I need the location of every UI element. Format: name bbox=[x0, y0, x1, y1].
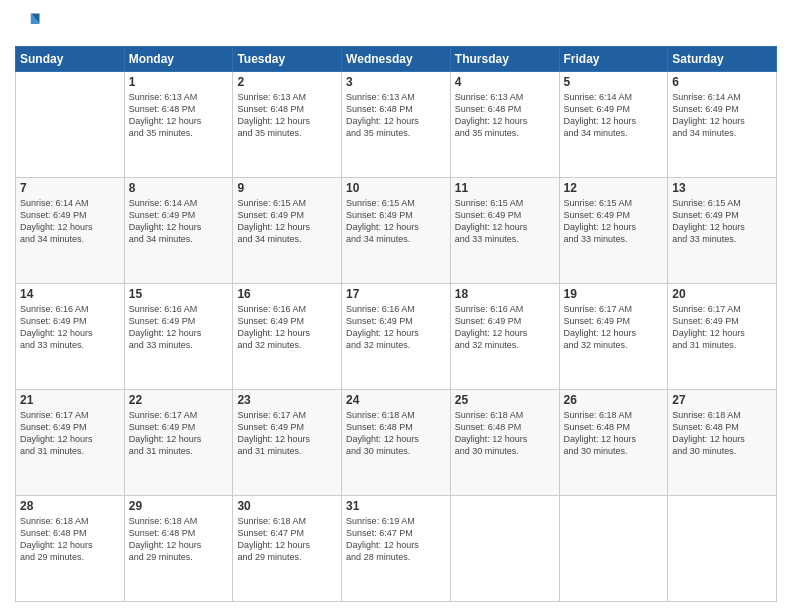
calendar-cell: 3Sunrise: 6:13 AM Sunset: 6:48 PM Daylig… bbox=[342, 72, 451, 178]
day-info: Sunrise: 6:15 AM Sunset: 6:49 PM Dayligh… bbox=[672, 197, 772, 246]
calendar-cell: 6Sunrise: 6:14 AM Sunset: 6:49 PM Daylig… bbox=[668, 72, 777, 178]
calendar-cell: 19Sunrise: 6:17 AM Sunset: 6:49 PM Dayli… bbox=[559, 284, 668, 390]
day-number: 8 bbox=[129, 181, 229, 195]
calendar-cell: 14Sunrise: 6:16 AM Sunset: 6:49 PM Dayli… bbox=[16, 284, 125, 390]
calendar-cell: 29Sunrise: 6:18 AM Sunset: 6:48 PM Dayli… bbox=[124, 496, 233, 602]
calendar-cell: 27Sunrise: 6:18 AM Sunset: 6:48 PM Dayli… bbox=[668, 390, 777, 496]
day-info: Sunrise: 6:15 AM Sunset: 6:49 PM Dayligh… bbox=[564, 197, 664, 246]
day-info: Sunrise: 6:18 AM Sunset: 6:48 PM Dayligh… bbox=[346, 409, 446, 458]
day-info: Sunrise: 6:17 AM Sunset: 6:49 PM Dayligh… bbox=[129, 409, 229, 458]
day-of-week-header: Thursday bbox=[450, 47, 559, 72]
days-of-week-row: SundayMondayTuesdayWednesdayThursdayFrid… bbox=[16, 47, 777, 72]
day-of-week-header: Sunday bbox=[16, 47, 125, 72]
calendar-cell: 4Sunrise: 6:13 AM Sunset: 6:48 PM Daylig… bbox=[450, 72, 559, 178]
day-number: 21 bbox=[20, 393, 120, 407]
day-info: Sunrise: 6:14 AM Sunset: 6:49 PM Dayligh… bbox=[672, 91, 772, 140]
day-number: 16 bbox=[237, 287, 337, 301]
day-number: 18 bbox=[455, 287, 555, 301]
day-of-week-header: Wednesday bbox=[342, 47, 451, 72]
day-info: Sunrise: 6:17 AM Sunset: 6:49 PM Dayligh… bbox=[672, 303, 772, 352]
calendar-cell: 11Sunrise: 6:15 AM Sunset: 6:49 PM Dayli… bbox=[450, 178, 559, 284]
day-info: Sunrise: 6:15 AM Sunset: 6:49 PM Dayligh… bbox=[346, 197, 446, 246]
calendar-week-row: 14Sunrise: 6:16 AM Sunset: 6:49 PM Dayli… bbox=[16, 284, 777, 390]
day-info: Sunrise: 6:16 AM Sunset: 6:49 PM Dayligh… bbox=[455, 303, 555, 352]
calendar-cell: 16Sunrise: 6:16 AM Sunset: 6:49 PM Dayli… bbox=[233, 284, 342, 390]
day-info: Sunrise: 6:15 AM Sunset: 6:49 PM Dayligh… bbox=[237, 197, 337, 246]
calendar-cell: 23Sunrise: 6:17 AM Sunset: 6:49 PM Dayli… bbox=[233, 390, 342, 496]
day-number: 4 bbox=[455, 75, 555, 89]
calendar-cell bbox=[16, 72, 125, 178]
day-of-week-header: Monday bbox=[124, 47, 233, 72]
calendar-week-row: 1Sunrise: 6:13 AM Sunset: 6:48 PM Daylig… bbox=[16, 72, 777, 178]
calendar-cell: 7Sunrise: 6:14 AM Sunset: 6:49 PM Daylig… bbox=[16, 178, 125, 284]
logo bbox=[15, 10, 47, 38]
day-info: Sunrise: 6:18 AM Sunset: 6:48 PM Dayligh… bbox=[455, 409, 555, 458]
day-info: Sunrise: 6:15 AM Sunset: 6:49 PM Dayligh… bbox=[455, 197, 555, 246]
day-info: Sunrise: 6:13 AM Sunset: 6:48 PM Dayligh… bbox=[346, 91, 446, 140]
day-number: 24 bbox=[346, 393, 446, 407]
day-number: 5 bbox=[564, 75, 664, 89]
calendar-cell bbox=[450, 496, 559, 602]
day-info: Sunrise: 6:13 AM Sunset: 6:48 PM Dayligh… bbox=[455, 91, 555, 140]
day-info: Sunrise: 6:17 AM Sunset: 6:49 PM Dayligh… bbox=[20, 409, 120, 458]
day-info: Sunrise: 6:18 AM Sunset: 6:47 PM Dayligh… bbox=[237, 515, 337, 564]
day-number: 20 bbox=[672, 287, 772, 301]
calendar-cell: 17Sunrise: 6:16 AM Sunset: 6:49 PM Dayli… bbox=[342, 284, 451, 390]
logo-icon bbox=[15, 10, 43, 38]
day-info: Sunrise: 6:16 AM Sunset: 6:49 PM Dayligh… bbox=[237, 303, 337, 352]
day-info: Sunrise: 6:14 AM Sunset: 6:49 PM Dayligh… bbox=[20, 197, 120, 246]
calendar-cell: 24Sunrise: 6:18 AM Sunset: 6:48 PM Dayli… bbox=[342, 390, 451, 496]
calendar-body: 1Sunrise: 6:13 AM Sunset: 6:48 PM Daylig… bbox=[16, 72, 777, 602]
day-number: 13 bbox=[672, 181, 772, 195]
calendar-cell: 26Sunrise: 6:18 AM Sunset: 6:48 PM Dayli… bbox=[559, 390, 668, 496]
day-info: Sunrise: 6:16 AM Sunset: 6:49 PM Dayligh… bbox=[20, 303, 120, 352]
day-info: Sunrise: 6:18 AM Sunset: 6:48 PM Dayligh… bbox=[564, 409, 664, 458]
day-number: 3 bbox=[346, 75, 446, 89]
calendar-cell: 28Sunrise: 6:18 AM Sunset: 6:48 PM Dayli… bbox=[16, 496, 125, 602]
day-info: Sunrise: 6:16 AM Sunset: 6:49 PM Dayligh… bbox=[129, 303, 229, 352]
day-info: Sunrise: 6:18 AM Sunset: 6:48 PM Dayligh… bbox=[672, 409, 772, 458]
calendar-cell: 31Sunrise: 6:19 AM Sunset: 6:47 PM Dayli… bbox=[342, 496, 451, 602]
day-number: 15 bbox=[129, 287, 229, 301]
day-info: Sunrise: 6:19 AM Sunset: 6:47 PM Dayligh… bbox=[346, 515, 446, 564]
day-number: 19 bbox=[564, 287, 664, 301]
calendar-header: SundayMondayTuesdayWednesdayThursdayFrid… bbox=[16, 47, 777, 72]
day-number: 17 bbox=[346, 287, 446, 301]
day-number: 22 bbox=[129, 393, 229, 407]
day-info: Sunrise: 6:18 AM Sunset: 6:48 PM Dayligh… bbox=[129, 515, 229, 564]
calendar-cell: 10Sunrise: 6:15 AM Sunset: 6:49 PM Dayli… bbox=[342, 178, 451, 284]
calendar-cell: 1Sunrise: 6:13 AM Sunset: 6:48 PM Daylig… bbox=[124, 72, 233, 178]
day-of-week-header: Friday bbox=[559, 47, 668, 72]
day-info: Sunrise: 6:16 AM Sunset: 6:49 PM Dayligh… bbox=[346, 303, 446, 352]
day-info: Sunrise: 6:17 AM Sunset: 6:49 PM Dayligh… bbox=[564, 303, 664, 352]
calendar-cell: 2Sunrise: 6:13 AM Sunset: 6:48 PM Daylig… bbox=[233, 72, 342, 178]
calendar-cell: 13Sunrise: 6:15 AM Sunset: 6:49 PM Dayli… bbox=[668, 178, 777, 284]
calendar-cell: 18Sunrise: 6:16 AM Sunset: 6:49 PM Dayli… bbox=[450, 284, 559, 390]
calendar-cell bbox=[668, 496, 777, 602]
day-info: Sunrise: 6:18 AM Sunset: 6:48 PM Dayligh… bbox=[20, 515, 120, 564]
day-number: 1 bbox=[129, 75, 229, 89]
day-number: 14 bbox=[20, 287, 120, 301]
day-number: 2 bbox=[237, 75, 337, 89]
day-info: Sunrise: 6:13 AM Sunset: 6:48 PM Dayligh… bbox=[129, 91, 229, 140]
day-number: 27 bbox=[672, 393, 772, 407]
calendar-cell bbox=[559, 496, 668, 602]
calendar-cell: 8Sunrise: 6:14 AM Sunset: 6:49 PM Daylig… bbox=[124, 178, 233, 284]
day-info: Sunrise: 6:13 AM Sunset: 6:48 PM Dayligh… bbox=[237, 91, 337, 140]
calendar-cell: 21Sunrise: 6:17 AM Sunset: 6:49 PM Dayli… bbox=[16, 390, 125, 496]
calendar-cell: 9Sunrise: 6:15 AM Sunset: 6:49 PM Daylig… bbox=[233, 178, 342, 284]
day-number: 7 bbox=[20, 181, 120, 195]
page: SundayMondayTuesdayWednesdayThursdayFrid… bbox=[0, 0, 792, 612]
calendar-cell: 12Sunrise: 6:15 AM Sunset: 6:49 PM Dayli… bbox=[559, 178, 668, 284]
day-info: Sunrise: 6:14 AM Sunset: 6:49 PM Dayligh… bbox=[129, 197, 229, 246]
calendar-cell: 15Sunrise: 6:16 AM Sunset: 6:49 PM Dayli… bbox=[124, 284, 233, 390]
day-info: Sunrise: 6:14 AM Sunset: 6:49 PM Dayligh… bbox=[564, 91, 664, 140]
day-of-week-header: Tuesday bbox=[233, 47, 342, 72]
calendar-cell: 30Sunrise: 6:18 AM Sunset: 6:47 PM Dayli… bbox=[233, 496, 342, 602]
day-number: 9 bbox=[237, 181, 337, 195]
day-number: 29 bbox=[129, 499, 229, 513]
day-number: 30 bbox=[237, 499, 337, 513]
calendar-week-row: 7Sunrise: 6:14 AM Sunset: 6:49 PM Daylig… bbox=[16, 178, 777, 284]
calendar-cell: 5Sunrise: 6:14 AM Sunset: 6:49 PM Daylig… bbox=[559, 72, 668, 178]
calendar-cell: 22Sunrise: 6:17 AM Sunset: 6:49 PM Dayli… bbox=[124, 390, 233, 496]
